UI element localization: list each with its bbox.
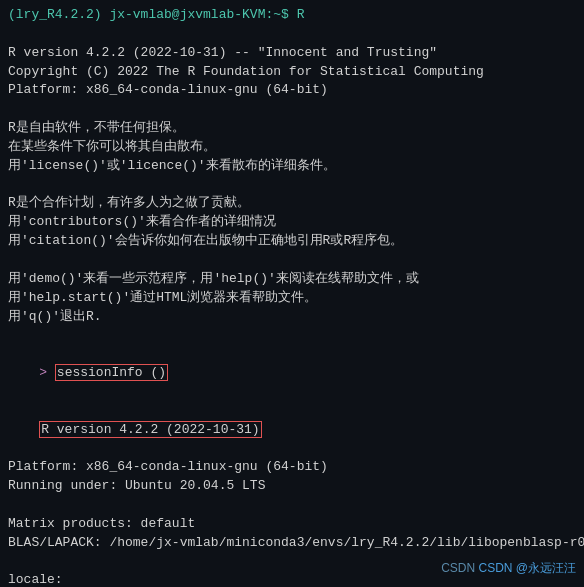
line-r-version-header: R version 4.2.2 (2022-10-31) -- "Innocen…: [8, 44, 576, 63]
line-quit: 用'q()'退出R.: [8, 308, 576, 327]
line-contributors: 用'contributors()'来看合作者的详细情况: [8, 213, 576, 232]
line-free-software: R是自由软件，不带任何担保。: [8, 119, 576, 138]
watermark-author: CSDN @永远汪汪: [478, 561, 576, 575]
line-running-under: Running under: Ubuntu 20.04.5 LTS: [8, 477, 576, 496]
line-blas: BLAS/LAPACK: /home/jx-vmlab/miniconda3/e…: [8, 534, 576, 553]
terminal-window: (lry_R4.2.2) jx-vmlab@jxvmlab-KVM:~$ R R…: [0, 0, 584, 587]
line-empty5: [8, 326, 576, 345]
line-empty6: [8, 496, 576, 515]
cmd-prompt-char: >: [39, 365, 55, 380]
line-empty4: [8, 251, 576, 270]
line-license: 用'license()'或'licence()'来看散布的详细条件。: [8, 157, 576, 176]
line-cooperation: R是个合作计划，有许多人为之做了贡献。: [8, 194, 576, 213]
line-empty1: [8, 25, 576, 44]
line-prompt: (lry_R4.2.2) jx-vmlab@jxvmlab-KVM:~$ R: [8, 6, 576, 25]
line-empty2: [8, 100, 576, 119]
line-platform1: Platform: x86_64-conda-linux-gnu (64-bit…: [8, 81, 576, 100]
r-version-highlight: R version 4.2.2 (2022-10-31): [39, 421, 261, 438]
line-copyright: Copyright (C) 2022 The R Foundation for …: [8, 63, 576, 82]
line-citation: 用'citation()'会告诉你如何在出版物中正确地引用R或R程序包。: [8, 232, 576, 251]
line-sessioninfo-cmd: > sessionInfo (): [8, 345, 576, 402]
line-platform2: Platform: x86_64-conda-linux-gnu (64-bit…: [8, 458, 576, 477]
line-distribute: 在某些条件下你可以将其自由散布。: [8, 138, 576, 157]
watermark: CSDN CSDN @永远汪汪: [441, 560, 576, 577]
sessioninfo-highlight: sessionInfo (): [55, 364, 168, 381]
line-matrix: Matrix products: default: [8, 515, 576, 534]
line-demo: 用'demo()'来看一些示范程序，用'help()'来阅读在线帮助文件，或: [8, 270, 576, 289]
line-helpstart: 用'help.start()'通过HTML浏览器来看帮助文件。: [8, 289, 576, 308]
line-empty3: [8, 176, 576, 195]
line-r-version-highlighted: R version 4.2.2 (2022-10-31): [8, 402, 576, 459]
watermark-csdn: CSDN: [441, 561, 478, 575]
